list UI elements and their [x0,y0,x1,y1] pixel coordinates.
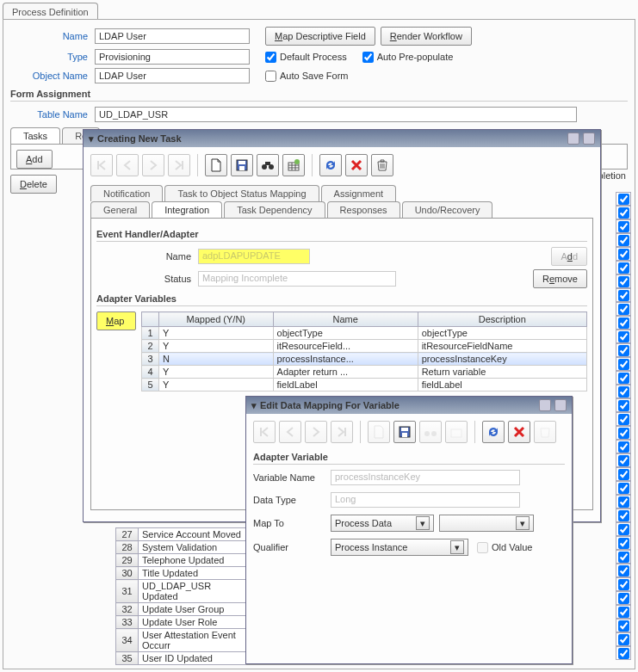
completion-checkbox[interactable] [616,247,631,261]
table-new-icon[interactable] [445,421,468,443]
integration-tab[interactable]: Integration [152,201,222,218]
nav-first-icon[interactable] [253,421,276,443]
qualifier-select[interactable]: Process Instance▾ [331,539,468,556]
new-document-icon[interactable] [205,154,227,176]
refresh-icon[interactable] [319,154,342,176]
refresh-icon[interactable] [482,421,505,443]
table-row[interactable]: 2YitResourceField...itResourceFieldName [142,340,587,353]
delete-x-icon[interactable] [508,421,530,443]
list-item[interactable]: 29Telephone Updated [116,554,251,567]
save-disk-icon[interactable] [393,421,416,443]
map-to-secondary-select[interactable]: ▾ [439,515,534,532]
table-name-input[interactable] [95,107,577,122]
old-value-checkbox[interactable]: Old Value [477,542,533,553]
binoculars-icon[interactable] [419,421,442,443]
completion-checkbox[interactable] [616,274,631,288]
completion-checkbox[interactable] [616,550,631,564]
nav-next-icon[interactable] [305,421,327,443]
completion-checkbox[interactable] [616,206,631,219]
auto-save-form-checkbox[interactable]: Auto Save Form [265,71,348,82]
task-dependency-tab[interactable]: Task Dependency [224,201,325,218]
completion-checkbox[interactable] [616,385,631,398]
completion-checkbox[interactable] [616,261,631,274]
close-window-icon[interactable] [554,399,567,411]
map-descriptive-field-button[interactable]: MMap Descriptive Fieldap Descriptive Fie… [265,27,375,46]
assignment-tab[interactable]: Assignment [321,185,396,201]
table-row[interactable]: 4YAdapter return ...Return variable [142,366,587,379]
completion-checkbox[interactable] [616,453,631,467]
list-item[interactable]: 28System Validation [116,541,251,554]
object-name-input[interactable] [95,68,250,83]
table-row[interactable]: 1YobjectTypeobjectType [142,327,587,340]
completion-checkbox[interactable] [616,536,631,550]
auto-prepopulate-checkbox[interactable]: Auto Pre-populate [362,52,454,63]
completion-checkbox[interactable] [616,577,631,591]
completion-checkbox[interactable] [616,440,631,453]
binoculars-icon[interactable] [257,154,279,176]
notification-tab[interactable]: Notification [90,185,163,201]
completion-checkbox[interactable] [616,357,631,371]
nav-last-icon[interactable] [168,154,190,176]
nav-prev-icon[interactable] [116,154,139,176]
completion-checkbox[interactable] [616,605,631,619]
completion-checkbox[interactable] [616,192,631,206]
close-window-icon[interactable] [583,133,595,145]
process-definition-tab[interactable]: Process Definition [3,3,98,21]
list-item[interactable]: 27Service Account Moved [116,528,251,541]
completion-checkbox[interactable] [616,564,631,577]
new-document-icon[interactable] [368,421,390,443]
responses-tab[interactable]: Responses [327,201,400,218]
completion-checkbox[interactable] [616,330,631,343]
default-process-checkbox[interactable]: Default Process [265,52,347,63]
table-new-icon[interactable] [282,154,305,176]
completion-checkbox[interactable] [616,481,631,495]
completion-checkbox[interactable] [616,412,631,426]
completion-checkbox[interactable] [616,233,631,247]
delete-x-icon[interactable] [345,154,368,176]
list-item[interactable]: 34User Attestation Event Occurr [116,629,251,652]
trash-icon[interactable] [534,421,556,443]
table-row[interactable]: 3NprocessInstance...processInstanceKey [142,353,587,366]
map-to-select[interactable]: Process Data▾ [331,515,434,532]
nav-first-icon[interactable] [90,154,113,176]
nav-prev-icon[interactable] [279,421,301,443]
delete-button[interactable]: Delete [10,175,57,194]
undo-recovery-tab[interactable]: Undo/Recovery [402,201,493,218]
type-input[interactable] [95,49,250,65]
list-item[interactable]: 31UD_LDAP_USR Updated [116,580,251,603]
completion-checkbox[interactable] [616,288,631,302]
list-item[interactable]: 32Update User Group [116,603,251,616]
completion-checkbox[interactable] [616,302,631,316]
nav-next-icon[interactable] [142,154,164,176]
name-input[interactable] [95,28,250,44]
general-tab[interactable]: General [90,201,150,218]
map-button[interactable]: Map [96,311,136,330]
completion-checkbox[interactable] [616,219,631,233]
completion-checkbox[interactable] [616,646,631,660]
completion-checkbox[interactable] [616,316,631,330]
add-button[interactable]: Add [16,150,53,169]
list-item[interactable]: 33Update User Role [116,616,251,629]
completion-checkbox[interactable] [616,398,631,412]
list-item[interactable]: 30Title Updated [116,567,251,580]
completion-checkbox[interactable] [616,522,631,536]
completion-checkbox[interactable] [616,632,631,646]
tasks-tab[interactable]: Tasks [10,127,60,144]
nav-last-icon[interactable] [331,421,353,443]
completion-checkbox[interactable] [616,509,631,522]
minimize-icon[interactable] [539,399,551,411]
table-row[interactable]: 5YfieldLabelfieldLabel [142,379,587,391]
save-disk-icon[interactable] [231,154,253,176]
list-item[interactable]: 35User ID Updated [116,652,251,665]
minimize-icon[interactable] [567,133,579,145]
completion-checkbox[interactable] [616,495,631,509]
eh-add-button[interactable]: Add [551,247,587,266]
completion-checkbox[interactable] [616,591,631,605]
eh-remove-button[interactable]: Remove [533,269,587,288]
task-object-status-tab[interactable]: Task to Object Status Mapping [164,185,319,201]
trash-icon[interactable] [371,154,393,176]
completion-checkbox[interactable] [616,371,631,385]
render-workflow-button[interactable]: Render Workflow [381,27,472,46]
completion-checkbox[interactable] [616,343,631,357]
completion-checkbox[interactable] [616,619,631,632]
